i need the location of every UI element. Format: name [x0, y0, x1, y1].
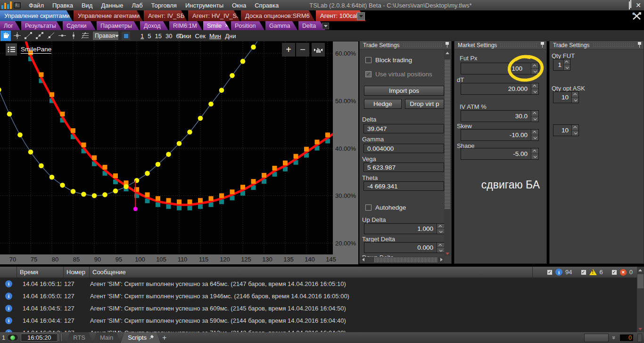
spin-down[interactable] [437, 247, 444, 253]
qty-fut-spinner[interactable]: 1 [553, 59, 570, 71]
tab-delta[interactable]: Delta [298, 21, 325, 30]
add-workspace-button[interactable]: + [162, 334, 166, 342]
spin-up[interactable] [572, 92, 578, 97]
status-button[interactable] [584, 334, 609, 342]
menu-lab[interactable]: Лаб [127, 2, 147, 9]
trendline-icon[interactable] [23, 31, 33, 41]
up-delta-spinner[interactable]: 1.000 [364, 223, 445, 234]
menu-file[interactable]: Файл [25, 2, 48, 9]
workspace-tab-rts[interactable]: RTS [66, 332, 92, 343]
iv-atm-spinner[interactable]: 30.0 [461, 110, 539, 122]
info-filter-checkbox[interactable]: ✓ [547, 270, 553, 275]
spin-down[interactable] [437, 229, 444, 234]
fit-chart-button[interactable] [312, 43, 325, 57]
zoom-out-button[interactable]: − [296, 43, 309, 57]
scroll-up-arrow[interactable] [445, 50, 450, 56]
skew-spinner[interactable]: -10.00 [461, 129, 539, 141]
vertical-line-icon[interactable] [68, 31, 79, 41]
spin-up[interactable] [572, 125, 578, 130]
tf-30[interactable]: 30 [165, 33, 172, 40]
pan-hand-icon[interactable] [0, 31, 11, 41]
tf-15[interactable]: 15 [155, 33, 161, 40]
pin-icon[interactable] [445, 42, 449, 48]
period-ticks[interactable]: Тики [178, 33, 191, 40]
scroll-right-arrow[interactable] [438, 257, 444, 262]
menu-tools[interactable]: Инструменты [181, 2, 228, 9]
settings-tools-icon[interactable] [632, 12, 642, 21]
hedge-button[interactable]: Hedge [364, 99, 402, 109]
scroll-down-arrow[interactable] [637, 326, 643, 332]
spin-down[interactable] [531, 135, 538, 140]
panel-vertical-scrollbar[interactable] [444, 50, 451, 256]
panel-header[interactable]: Market Settings [454, 41, 546, 49]
error-filter-checkbox[interactable]: ✓ [611, 270, 617, 275]
close-button[interactable]: ✕ [636, 2, 641, 8]
tab-script-management[interactable]: Управление скриптами [0, 10, 73, 21]
tab-deals[interactable]: Сделки [63, 21, 96, 30]
tab-agent-iv-sb[interactable]: Агент: IV_SB [144, 10, 187, 21]
shape-spinner[interactable]: -5.00 [461, 148, 539, 160]
tab-results[interactable]: Результаты [21, 21, 62, 30]
chevron-double-down-icon[interactable]: » [611, 336, 618, 339]
color-swatch-button[interactable] [122, 32, 130, 40]
pane-title[interactable]: SmilePane [21, 46, 51, 54]
menu-help[interactable]: Справка [250, 2, 283, 9]
dt-spinner[interactable]: 20.000 [461, 83, 539, 95]
log-vertical-scrollbar[interactable] [637, 267, 644, 332]
period-days[interactable]: Дни [225, 33, 236, 40]
spin-up[interactable] [531, 130, 538, 135]
menu-windows[interactable]: Окна [228, 2, 250, 9]
spin-down[interactable] [564, 65, 570, 70]
log-col-time[interactable]: Время [17, 267, 64, 278]
scroll-up-arrow[interactable] [637, 267, 643, 273]
workspace-save-icon[interactable] [14, 2, 21, 8]
qty-opt-ask-spinner[interactable]: 10 [553, 91, 579, 103]
block-trading-checkbox[interactable]: Block trading [365, 57, 412, 64]
menu-trading[interactable]: Торговля [147, 2, 181, 9]
tab-income[interactable]: Доход [140, 21, 168, 30]
vega-field[interactable]: 5 623.987 [363, 163, 444, 172]
smile-chart[interactable]: 7075808590951001051101151201251301351401… [0, 41, 358, 265]
log-row[interactable]: i 14.04 16:04:41.53 127 Агент 'SIM': Скр… [0, 314, 644, 327]
spin-down[interactable] [572, 130, 578, 136]
log-row[interactable]: i 14.04 16:04:31.95 127 Агент 'SIM': Скр… [0, 327, 644, 332]
spin-up[interactable] [564, 59, 570, 65]
delta-field[interactable]: 39.047 [363, 124, 444, 133]
menu-data[interactable]: Данные [97, 2, 127, 9]
workspace-tab-main[interactable]: Main [93, 332, 120, 343]
tab-agent-hv-iv-sb[interactable]: Агент: HV_IV_SB [188, 10, 240, 21]
pane-menu-button[interactable] [6, 43, 17, 56]
panel-header[interactable]: Trade Settings [550, 41, 644, 49]
log-col-msg[interactable]: Сообщение [90, 267, 533, 278]
view-tabs-dropdown[interactable] [322, 23, 329, 29]
tab-rim6-1m[interactable]: RIM6:1M [169, 21, 202, 30]
tab-log[interactable]: Лог [0, 21, 20, 30]
levels-icon[interactable] [80, 31, 90, 41]
spin-up[interactable] [437, 243, 444, 247]
tab-parameters[interactable]: Параметры [97, 21, 139, 30]
trendline-segment-icon[interactable] [34, 31, 45, 41]
spin-down[interactable] [531, 89, 538, 94]
tab-smile[interactable]: Smile✕ [203, 21, 230, 30]
theta-field[interactable]: -4 669.341 [363, 181, 444, 191]
axis-side-select[interactable]: Правая [92, 31, 119, 41]
tab-gamma[interactable]: Gamma [265, 21, 297, 30]
autohedge-checkbox[interactable]: Autohedge [365, 204, 406, 211]
spin-down[interactable] [572, 97, 578, 103]
pin-icon[interactable] [637, 42, 642, 48]
ray-icon[interactable] [46, 31, 56, 41]
target-delta-spinner[interactable]: 0.000 [364, 242, 445, 253]
tab-option-board[interactable]: Доска опционов:SRM6 [241, 10, 315, 21]
scroll-thumb[interactable] [445, 60, 450, 209]
spin-up[interactable] [531, 148, 538, 154]
log-row[interactable]: i 14.04 16:04:51.54 127 Агент 'SIM': Скр… [0, 302, 644, 314]
close-tab-icon[interactable]: ✕ [224, 23, 229, 29]
zoom-in-button[interactable]: + [282, 43, 295, 57]
spin-down[interactable] [531, 154, 538, 159]
crosshair-icon[interactable] [12, 31, 22, 41]
scroll-thumb[interactable] [637, 274, 644, 288]
spin-up[interactable] [437, 224, 444, 229]
status-grip[interactable] [637, 334, 642, 342]
warn-filter-checkbox[interactable]: ✓ [581, 270, 586, 275]
tab-position[interactable]: Position [231, 21, 264, 30]
